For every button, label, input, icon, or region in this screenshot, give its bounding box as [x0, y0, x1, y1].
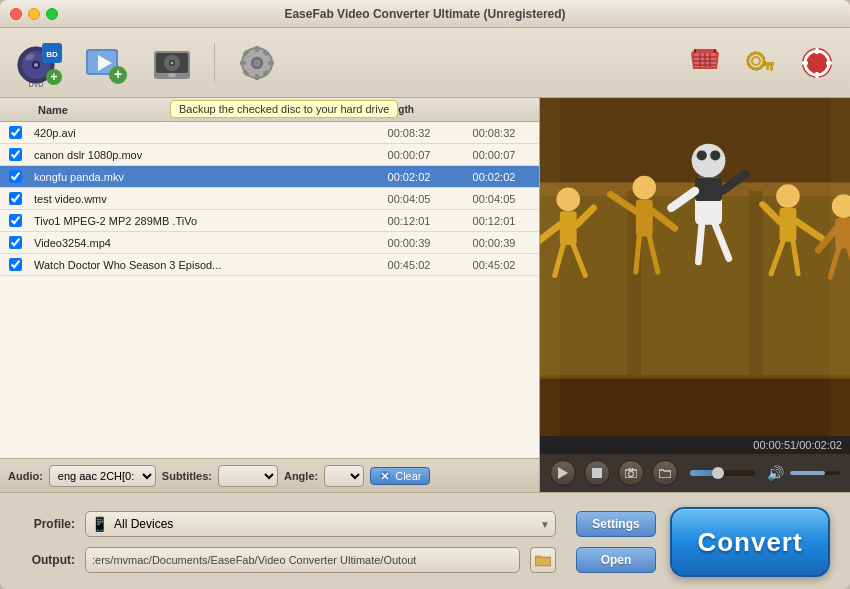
file-duration: 00:04:05 — [369, 193, 449, 205]
file-check-input[interactable] — [9, 236, 22, 249]
add-dvd-button[interactable]: BD DVD + — [12, 35, 68, 91]
settings-button[interactable]: Settings — [576, 511, 656, 537]
profile-select[interactable]: All Devices — [85, 511, 556, 537]
file-name: test video.wmv — [30, 193, 369, 205]
toolbar-separator — [214, 43, 215, 83]
file-check-input[interactable] — [9, 192, 22, 205]
main-area: Name Backup the checked disc to your har… — [0, 98, 850, 492]
traffic-lights — [10, 8, 58, 20]
file-checkbox[interactable] — [0, 126, 30, 139]
svg-point-78 — [710, 150, 720, 160]
screenshot-button[interactable] — [618, 460, 644, 486]
add-video-button[interactable]: + — [78, 35, 134, 91]
file-name: 420p.avi — [30, 127, 369, 139]
file-name: Tivo1 MPEG-2 MP2 289MB .TiVo — [30, 215, 369, 227]
convert-button[interactable]: Convert — [670, 507, 830, 577]
stop-button[interactable] — [584, 460, 610, 486]
file-row[interactable]: Watch Doctor Who Season 3 Episod... 00:4… — [0, 254, 539, 276]
angle-label: Angle: — [284, 470, 318, 482]
file-check-input[interactable] — [9, 214, 22, 227]
volume-fill — [790, 471, 825, 475]
file-checkbox[interactable] — [0, 214, 30, 227]
profile-label: Profile: — [20, 517, 75, 531]
stop-icon — [592, 468, 602, 478]
svg-line-74 — [636, 237, 639, 272]
output-path: :ers/mvmac/Documents/EaseFab/Video Conve… — [85, 547, 520, 573]
play-button[interactable] — [550, 460, 576, 486]
file-row[interactable]: Video3254.mp4 00:00:39 00:00:39 — [0, 232, 539, 254]
audio-select[interactable]: eng aac 2CH[0: — [49, 465, 156, 487]
progress-handle[interactable] — [712, 467, 724, 479]
file-row[interactable]: kongfu panda.mkv 00:02:02 00:02:02 — [0, 166, 539, 188]
bottom-inner: Profile: 📱 All Devices ▼ Settings Output… — [20, 507, 830, 577]
play-icon — [558, 467, 568, 479]
minimize-button[interactable] — [28, 8, 40, 20]
volume-control: 🔊 — [767, 465, 840, 481]
bottom-section: Profile: 📱 All Devices ▼ Settings Output… — [0, 492, 850, 589]
maximize-button[interactable] — [46, 8, 58, 20]
file-duration: 00:00:07 — [369, 149, 449, 161]
file-checkbox[interactable] — [0, 170, 30, 183]
help-button[interactable] — [796, 42, 838, 84]
svg-rect-98 — [830, 98, 850, 436]
folder-icon — [659, 468, 671, 478]
volume-slider[interactable] — [790, 471, 840, 475]
file-checkbox[interactable] — [0, 236, 30, 249]
folder-open-icon — [535, 553, 551, 567]
add-disc-button[interactable] — [144, 35, 200, 91]
file-row[interactable]: canon dslr 1080p.mov 00:00:07 00:00:07 — [0, 144, 539, 166]
file-row[interactable]: 420p.avi 00:08:32 00:08:32 — [0, 122, 539, 144]
file-checkbox[interactable] — [0, 192, 30, 205]
toolbar: BD DVD + + — [0, 28, 850, 98]
svg-rect-28 — [268, 61, 274, 65]
file-trimmed: 00:00:07 — [449, 149, 539, 161]
svg-point-85 — [776, 184, 800, 208]
file-check-input[interactable] — [9, 258, 22, 271]
output-folder-button[interactable] — [530, 547, 556, 573]
close-button[interactable] — [10, 8, 22, 20]
purchase-button[interactable] — [684, 42, 726, 84]
file-check-input[interactable] — [9, 170, 22, 183]
open-button[interactable]: Open — [576, 547, 656, 573]
svg-point-64 — [556, 188, 580, 212]
scene-figures — [540, 98, 850, 436]
file-trimmed: 00:08:32 — [449, 127, 539, 139]
angle-select[interactable] — [324, 465, 364, 487]
register-button[interactable] — [740, 42, 782, 84]
file-checkbox[interactable] — [0, 148, 30, 161]
file-trimmed: 00:02:02 — [449, 171, 539, 183]
time-display: 00:00:51/00:02:02 — [540, 436, 850, 454]
toolbar-right — [684, 42, 838, 84]
file-row[interactable]: test video.wmv 00:04:05 00:04:05 — [0, 188, 539, 210]
table-header: Name Backup the checked disc to your har… — [0, 98, 539, 122]
file-checkbox[interactable] — [0, 258, 30, 271]
folder-button[interactable] — [652, 460, 678, 486]
file-name: canon dslr 1080p.mov — [30, 149, 369, 161]
file-check-input[interactable] — [9, 126, 22, 139]
svg-text:+: + — [50, 70, 57, 84]
svg-point-76 — [692, 144, 726, 178]
file-row[interactable]: Tivo1 MPEG-2 MP2 289MB .TiVo 00:12:01 00… — [0, 210, 539, 232]
clear-button[interactable]: Clear — [370, 467, 430, 485]
file-duration: 00:08:32 — [369, 127, 449, 139]
clear-icon — [379, 470, 391, 482]
file-duration: 00:12:01 — [369, 215, 449, 227]
file-panel: Name Backup the checked disc to your har… — [0, 98, 540, 492]
svg-rect-97 — [540, 98, 560, 436]
file-trimmed: 00:00:39 — [449, 237, 539, 249]
profile-side-buttons: Settings — [576, 511, 656, 537]
preview-panel: 00:00:51/00:02:02 — [540, 98, 850, 492]
file-name: kongfu panda.mkv — [30, 171, 369, 183]
svg-text:+: + — [114, 66, 122, 82]
svg-rect-56 — [540, 98, 850, 191]
file-check-input[interactable] — [9, 148, 22, 161]
svg-line-83 — [698, 225, 701, 262]
subtitles-select[interactable] — [218, 465, 278, 487]
file-list: 420p.avi 00:08:32 00:08:32 canon dslr 10… — [0, 122, 539, 458]
file-duration: 00:00:39 — [369, 237, 449, 249]
gear-button[interactable] — [229, 35, 285, 91]
profile-select-wrapper: 📱 All Devices ▼ — [85, 511, 556, 537]
svg-point-41 — [752, 57, 760, 65]
progress-bar[interactable] — [690, 470, 755, 476]
subtitles-label: Subtitles: — [162, 470, 212, 482]
